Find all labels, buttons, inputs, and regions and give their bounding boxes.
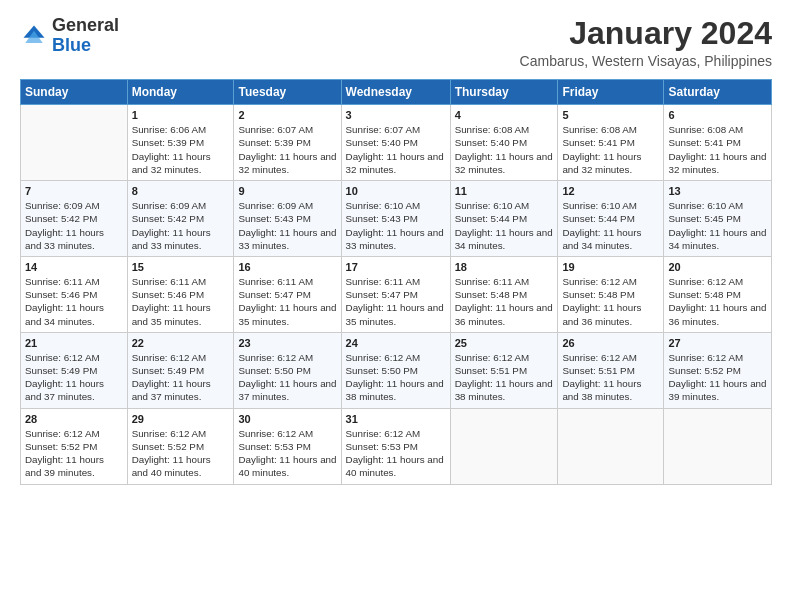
table-row: 2Sunrise: 6:07 AMSunset: 5:39 PMDaylight… — [234, 105, 341, 181]
day-info: Sunrise: 6:12 AMSunset: 5:51 PMDaylight:… — [455, 351, 554, 404]
day-number: 16 — [238, 261, 336, 273]
table-row: 13Sunrise: 6:10 AMSunset: 5:45 PMDayligh… — [664, 181, 772, 257]
table-row: 21Sunrise: 6:12 AMSunset: 5:49 PMDayligh… — [21, 332, 128, 408]
day-info: Sunrise: 6:11 AMSunset: 5:46 PMDaylight:… — [25, 275, 123, 328]
day-info: Sunrise: 6:12 AMSunset: 5:48 PMDaylight:… — [668, 275, 767, 328]
table-row: 7Sunrise: 6:09 AMSunset: 5:42 PMDaylight… — [21, 181, 128, 257]
header-saturday: Saturday — [664, 80, 772, 105]
day-info: Sunrise: 6:12 AMSunset: 5:52 PMDaylight:… — [25, 427, 123, 480]
logo: General Blue — [20, 16, 119, 56]
day-info: Sunrise: 6:08 AMSunset: 5:41 PMDaylight:… — [562, 123, 659, 176]
table-row: 8Sunrise: 6:09 AMSunset: 5:42 PMDaylight… — [127, 181, 234, 257]
day-number: 17 — [346, 261, 446, 273]
table-row: 20Sunrise: 6:12 AMSunset: 5:48 PMDayligh… — [664, 256, 772, 332]
title-block: January 2024 Cambarus, Western Visayas, … — [520, 16, 772, 69]
day-info: Sunrise: 6:10 AMSunset: 5:44 PMDaylight:… — [455, 199, 554, 252]
calendar-table: Sunday Monday Tuesday Wednesday Thursday… — [20, 79, 772, 484]
table-row: 11Sunrise: 6:10 AMSunset: 5:44 PMDayligh… — [450, 181, 558, 257]
table-row: 26Sunrise: 6:12 AMSunset: 5:51 PMDayligh… — [558, 332, 664, 408]
day-number: 13 — [668, 185, 767, 197]
day-info: Sunrise: 6:12 AMSunset: 5:51 PMDaylight:… — [562, 351, 659, 404]
table-row — [664, 408, 772, 484]
header-wednesday: Wednesday — [341, 80, 450, 105]
table-row: 24Sunrise: 6:12 AMSunset: 5:50 PMDayligh… — [341, 332, 450, 408]
day-info: Sunrise: 6:12 AMSunset: 5:49 PMDaylight:… — [132, 351, 230, 404]
day-number: 23 — [238, 337, 336, 349]
table-row: 4Sunrise: 6:08 AMSunset: 5:40 PMDaylight… — [450, 105, 558, 181]
weekday-header-row: Sunday Monday Tuesday Wednesday Thursday… — [21, 80, 772, 105]
table-row — [21, 105, 128, 181]
table-row: 28Sunrise: 6:12 AMSunset: 5:52 PMDayligh… — [21, 408, 128, 484]
day-number: 8 — [132, 185, 230, 197]
day-number: 29 — [132, 413, 230, 425]
day-info: Sunrise: 6:10 AMSunset: 5:43 PMDaylight:… — [346, 199, 446, 252]
day-info: Sunrise: 6:10 AMSunset: 5:45 PMDaylight:… — [668, 199, 767, 252]
day-number: 18 — [455, 261, 554, 273]
day-number: 30 — [238, 413, 336, 425]
table-row: 29Sunrise: 6:12 AMSunset: 5:52 PMDayligh… — [127, 408, 234, 484]
table-row — [558, 408, 664, 484]
logo-icon — [20, 22, 48, 50]
day-number: 25 — [455, 337, 554, 349]
day-number: 2 — [238, 109, 336, 121]
table-row: 16Sunrise: 6:11 AMSunset: 5:47 PMDayligh… — [234, 256, 341, 332]
day-number: 9 — [238, 185, 336, 197]
header-tuesday: Tuesday — [234, 80, 341, 105]
day-number: 26 — [562, 337, 659, 349]
day-info: Sunrise: 6:07 AMSunset: 5:39 PMDaylight:… — [238, 123, 336, 176]
day-number: 4 — [455, 109, 554, 121]
day-info: Sunrise: 6:08 AMSunset: 5:40 PMDaylight:… — [455, 123, 554, 176]
logo-general: General — [52, 15, 119, 35]
day-number: 5 — [562, 109, 659, 121]
day-info: Sunrise: 6:08 AMSunset: 5:41 PMDaylight:… — [668, 123, 767, 176]
day-info: Sunrise: 6:11 AMSunset: 5:46 PMDaylight:… — [132, 275, 230, 328]
day-number: 24 — [346, 337, 446, 349]
table-row — [450, 408, 558, 484]
calendar-week-row: 14Sunrise: 6:11 AMSunset: 5:46 PMDayligh… — [21, 256, 772, 332]
day-number: 22 — [132, 337, 230, 349]
day-info: Sunrise: 6:09 AMSunset: 5:42 PMDaylight:… — [132, 199, 230, 252]
table-row: 6Sunrise: 6:08 AMSunset: 5:41 PMDaylight… — [664, 105, 772, 181]
day-number: 20 — [668, 261, 767, 273]
calendar-week-row: 1Sunrise: 6:06 AMSunset: 5:39 PMDaylight… — [21, 105, 772, 181]
day-number: 1 — [132, 109, 230, 121]
table-row: 1Sunrise: 6:06 AMSunset: 5:39 PMDaylight… — [127, 105, 234, 181]
day-info: Sunrise: 6:12 AMSunset: 5:52 PMDaylight:… — [132, 427, 230, 480]
day-number: 11 — [455, 185, 554, 197]
day-info: Sunrise: 6:11 AMSunset: 5:47 PMDaylight:… — [238, 275, 336, 328]
day-info: Sunrise: 6:12 AMSunset: 5:53 PMDaylight:… — [346, 427, 446, 480]
table-row: 27Sunrise: 6:12 AMSunset: 5:52 PMDayligh… — [664, 332, 772, 408]
day-number: 31 — [346, 413, 446, 425]
day-info: Sunrise: 6:11 AMSunset: 5:48 PMDaylight:… — [455, 275, 554, 328]
day-info: Sunrise: 6:06 AMSunset: 5:39 PMDaylight:… — [132, 123, 230, 176]
header: General Blue January 2024 Cambarus, West… — [20, 16, 772, 69]
table-row: 9Sunrise: 6:09 AMSunset: 5:43 PMDaylight… — [234, 181, 341, 257]
day-info: Sunrise: 6:12 AMSunset: 5:50 PMDaylight:… — [346, 351, 446, 404]
day-info: Sunrise: 6:09 AMSunset: 5:43 PMDaylight:… — [238, 199, 336, 252]
table-row: 23Sunrise: 6:12 AMSunset: 5:50 PMDayligh… — [234, 332, 341, 408]
day-info: Sunrise: 6:12 AMSunset: 5:48 PMDaylight:… — [562, 275, 659, 328]
logo-blue: Blue — [52, 35, 91, 55]
day-number: 28 — [25, 413, 123, 425]
table-row: 30Sunrise: 6:12 AMSunset: 5:53 PMDayligh… — [234, 408, 341, 484]
table-row: 5Sunrise: 6:08 AMSunset: 5:41 PMDaylight… — [558, 105, 664, 181]
day-number: 14 — [25, 261, 123, 273]
header-monday: Monday — [127, 80, 234, 105]
day-number: 21 — [25, 337, 123, 349]
day-number: 15 — [132, 261, 230, 273]
table-row: 22Sunrise: 6:12 AMSunset: 5:49 PMDayligh… — [127, 332, 234, 408]
calendar-week-row: 7Sunrise: 6:09 AMSunset: 5:42 PMDaylight… — [21, 181, 772, 257]
day-number: 6 — [668, 109, 767, 121]
day-number: 19 — [562, 261, 659, 273]
page: General Blue January 2024 Cambarus, West… — [0, 0, 792, 612]
day-info: Sunrise: 6:12 AMSunset: 5:53 PMDaylight:… — [238, 427, 336, 480]
table-row: 18Sunrise: 6:11 AMSunset: 5:48 PMDayligh… — [450, 256, 558, 332]
day-number: 10 — [346, 185, 446, 197]
table-row: 3Sunrise: 6:07 AMSunset: 5:40 PMDaylight… — [341, 105, 450, 181]
calendar-week-row: 28Sunrise: 6:12 AMSunset: 5:52 PMDayligh… — [21, 408, 772, 484]
table-row: 14Sunrise: 6:11 AMSunset: 5:46 PMDayligh… — [21, 256, 128, 332]
day-info: Sunrise: 6:12 AMSunset: 5:52 PMDaylight:… — [668, 351, 767, 404]
day-info: Sunrise: 6:09 AMSunset: 5:42 PMDaylight:… — [25, 199, 123, 252]
header-friday: Friday — [558, 80, 664, 105]
table-row: 10Sunrise: 6:10 AMSunset: 5:43 PMDayligh… — [341, 181, 450, 257]
